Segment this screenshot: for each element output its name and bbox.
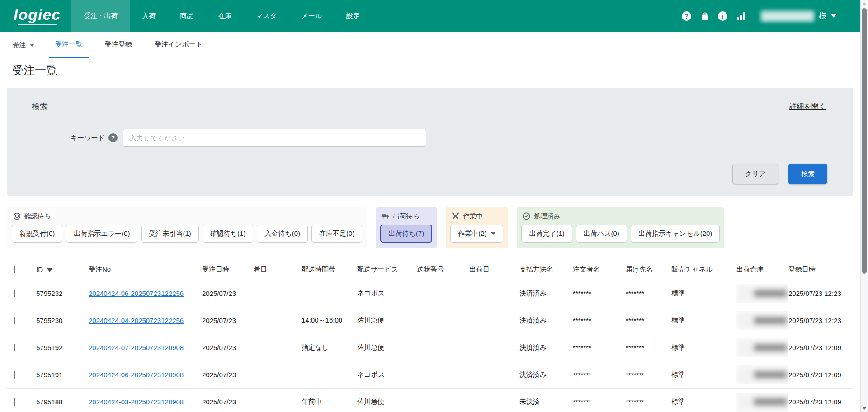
- keyword-input[interactable]: [123, 129, 426, 147]
- filter-group-3: 処理済み出荷完了(1)出荷パス(0)出荷指示キャンセル(20): [517, 207, 724, 248]
- select-all-checkbox[interactable]: [14, 266, 15, 273]
- bag-icon[interactable]: [699, 11, 710, 21]
- column-header-delivery_service[interactable]: 配送サービス: [357, 265, 417, 274]
- row-checkbox[interactable]: [14, 290, 15, 297]
- help-icon[interactable]: ?: [681, 11, 692, 21]
- keyword-help-icon[interactable]: ?: [108, 133, 118, 142]
- cell-sales_channel: 標準: [671, 316, 736, 325]
- nav-item-6[interactable]: 設定: [334, 0, 372, 32]
- cell-orderer_name: *******: [573, 371, 626, 379]
- filter-chip[interactable]: 出荷完了(1): [521, 225, 572, 243]
- cell-id: 5795232: [36, 290, 89, 297]
- order-menu-dropdown[interactable]: 受注: [12, 32, 34, 58]
- filter-chip[interactable]: 在庫不足(0): [311, 225, 362, 243]
- cell-payment_method: 決済済み: [519, 316, 573, 325]
- user-menu[interactable]: 様: [761, 11, 836, 22]
- nav-item-3[interactable]: 在庫: [206, 0, 244, 32]
- scrollbar-down-arrow-icon[interactable]: [862, 407, 867, 410]
- row-checkbox[interactable]: [14, 317, 15, 324]
- column-header-registered_at[interactable]: 登録日時: [788, 265, 853, 274]
- scrollbar-thumb[interactable]: [862, 8, 867, 274]
- chevron-down-icon: [30, 44, 34, 47]
- filter-chip[interactable]: 入金待ち(0): [257, 225, 308, 243]
- nav-item-2[interactable]: 商品: [168, 0, 206, 32]
- warehouse-masked: [736, 311, 788, 330]
- row-checkbox[interactable]: [14, 398, 15, 406]
- order-no-link[interactable]: 20240424-07-20250723120908: [89, 344, 184, 351]
- filter-chip[interactable]: 出荷指示キャンセル(20): [631, 225, 720, 243]
- user-honorific: 様: [819, 11, 826, 21]
- filter-chip[interactable]: 作業中(2): [450, 225, 503, 243]
- tab-order-register[interactable]: 受注登録: [99, 32, 138, 58]
- filter-chip[interactable]: 出荷指示エラー(0): [66, 225, 137, 243]
- order-no-link[interactable]: 20240424-04-20250723122256: [89, 317, 184, 324]
- column-header-warehouse[interactable]: 出荷倉庫: [736, 265, 788, 274]
- filter-group-label: 出荷待ち: [380, 212, 432, 220]
- column-header-order_no[interactable]: 受注No: [89, 265, 202, 274]
- filter-chip[interactable]: 新規受付(0): [12, 225, 62, 243]
- nav-item-5[interactable]: メール: [289, 0, 334, 32]
- nav-item-4[interactable]: マスタ: [244, 0, 289, 32]
- order-no-link[interactable]: 20240424-06-20250723122256: [89, 290, 184, 297]
- search-heading: 検索: [32, 101, 48, 112]
- info-icon[interactable]: i: [717, 11, 728, 21]
- nav-item-0[interactable]: 受注・出荷: [71, 0, 130, 32]
- column-header-orderer_name[interactable]: 注文者名: [573, 265, 626, 274]
- cell-payment_method: 未決済: [519, 398, 573, 406]
- filter-chip[interactable]: 受注未引当(1): [141, 225, 198, 243]
- order-no-link[interactable]: 20240424-06-20250723120908: [89, 371, 184, 379]
- cell-recipient_name: *******: [626, 344, 671, 351]
- filter-chips: 出荷待ち(7): [380, 225, 432, 243]
- cell-id: 5795191: [36, 371, 89, 379]
- cell-recipient_name: *******: [626, 290, 671, 297]
- logo-dots-decoration: •••: [40, 3, 46, 7]
- filter-chip[interactable]: 確認待ち(1): [203, 225, 254, 243]
- column-header-id[interactable]: ID: [36, 266, 89, 273]
- column-header-sales_channel[interactable]: 販売チャネル: [671, 265, 736, 274]
- column-header-delivery_time_slot[interactable]: 配送時間帯: [302, 265, 357, 274]
- scrollbar[interactable]: [860, 0, 868, 412]
- keyword-label: キーワード: [71, 134, 105, 142]
- filter-chips: 作業中(2): [450, 225, 503, 243]
- row-checkbox[interactable]: [14, 344, 15, 351]
- filter-group-label: 確認待ち: [12, 212, 362, 220]
- search-actions: クリア 検索: [732, 164, 827, 184]
- column-header-payment_method[interactable]: 支払方法名: [519, 265, 573, 274]
- logo-tagline: [18, 24, 57, 25]
- cell-order_no: 20240424-03-20250723120908: [89, 398, 202, 406]
- row-checkbox[interactable]: [14, 371, 15, 379]
- scrollbar-up-arrow-icon[interactable]: [862, 2, 867, 5]
- cell-orderer_name: *******: [573, 398, 626, 406]
- order-no-link[interactable]: 20240424-03-20250723120908: [89, 398, 184, 406]
- tab-order-list[interactable]: 受注一覧: [49, 32, 89, 58]
- filter-chip[interactable]: 出荷パス(0): [576, 225, 627, 243]
- column-header-tracking_no[interactable]: 送状番号: [417, 265, 469, 274]
- nav-item-1[interactable]: 入荷: [130, 0, 168, 32]
- cell-order_datetime: 2025/07/23: [202, 344, 254, 351]
- column-header-recipient_name[interactable]: 届け先名: [626, 265, 671, 274]
- stats-icon[interactable]: [736, 11, 746, 21]
- column-header-order_datetime[interactable]: 受注日時: [202, 265, 254, 274]
- cell-payment_method: 決済済み: [519, 289, 573, 298]
- filter-group-name: 出荷待ち: [393, 212, 419, 220]
- cell-sales_channel: 標準: [671, 343, 736, 352]
- filter-chip[interactable]: 出荷待ち(7): [380, 225, 432, 243]
- filter-chips: 出荷完了(1)出荷パス(0)出荷指示キャンセル(20): [521, 225, 720, 243]
- search-button[interactable]: 検索: [788, 164, 827, 184]
- filter-group-label: 処理済み: [521, 212, 720, 220]
- tab-order-import[interactable]: 受注インポート: [148, 32, 209, 58]
- column-header-arrival_date[interactable]: 着日: [254, 265, 302, 274]
- cell-registered_at: 2025/07/23 12:23: [788, 317, 853, 324]
- cell-id: 5795192: [36, 344, 89, 351]
- cell-id: 5795230: [36, 317, 89, 324]
- cell-order_datetime: 2025/07/23: [202, 317, 254, 324]
- column-header-ship_date[interactable]: 出荷日: [469, 265, 519, 274]
- navbar-items: 受注・出荷入荷商品在庫マスタメール設定: [71, 0, 372, 32]
- table-row: 579518820240424-03-202507231209082025/07…: [7, 389, 853, 412]
- table-header: ID受注No受注日時着日配送時間帯配送サービス送状番号出荷日支払方法名注文者名届…: [7, 259, 853, 280]
- clear-button[interactable]: クリア: [732, 164, 778, 184]
- logiec-logo[interactable]: logiec •••: [14, 0, 61, 32]
- cell-delivery_time_slot: 午前中: [302, 398, 357, 406]
- cell-order_datetime: 2025/07/23: [202, 398, 254, 406]
- open-details-link[interactable]: 詳細を開く: [789, 102, 826, 112]
